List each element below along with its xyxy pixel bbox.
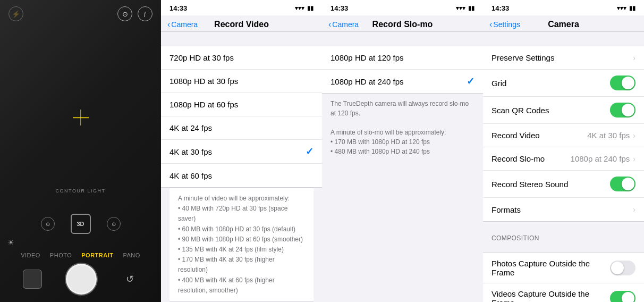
formats-chevron: › [633, 205, 635, 214]
record-video-chevron: › [633, 131, 635, 140]
camera-top-bar: ⚡ ⊙ ƒ [0, 0, 161, 26]
formats-row[interactable]: Formats › [483, 198, 644, 221]
wifi-icon-3: ▾▾▾ [617, 5, 626, 12]
back-label-1: Camera [171, 20, 198, 29]
mode-portrait[interactable]: PORTRAIT [81, 252, 113, 258]
preserve-settings-row[interactable]: Preserve Settings › [483, 46, 644, 70]
camera-top-right: ⊙ ƒ [117, 6, 152, 21]
status-time-2: 14:33 [331, 4, 348, 12]
flash-icon[interactable]: ⚡ [9, 6, 23, 21]
photo-thumbnail[interactable] [23, 270, 42, 289]
nav-title-3: Camera [548, 20, 579, 29]
option-label-3: 4K at 24 fps [170, 123, 313, 132]
option-720p30[interactable]: 720p HD at 30 fps [161, 46, 322, 70]
scan-qr-label: Scan QR Codes [492, 106, 610, 115]
record-slomo-row[interactable]: Record Slo-mo 1080p at 240 fps › [483, 147, 644, 171]
photos-outside-row[interactable]: Photos Capture Outside the Frame [483, 253, 644, 283]
option-1080p30[interactable]: 1080p HD at 30 fps [161, 70, 322, 93]
camera-panel: ⚡ ⊙ ƒ CONTOUR LIGHT ⊙ 3D ⊙ ☀ VIDEO PHOTO… [0, 0, 161, 302]
status-bar-2: 14:33 ▾▾▾ ▮▮ [322, 0, 483, 15]
slomo-options-group: 1080p HD at 120 fps 1080p HD at 240 fps … [322, 46, 483, 94]
status-time-1: 14:33 [170, 4, 187, 12]
option-1080p240[interactable]: 1080p HD at 240 fps ✓ [322, 70, 483, 93]
status-bar-3: 14:33 ▾▾▾ ▮▮ [483, 0, 644, 15]
grid-row[interactable]: Grid [483, 70, 644, 97]
nav-bar-2: ‹ Camera Record Slo-mo [322, 15, 483, 32]
camera-mode-bar: VIDEO PHOTO PORTRAIT PANO [0, 249, 161, 261]
lens-wide-btn[interactable]: ⊙ [41, 217, 55, 231]
status-bar-1: 14:33 ▾▾▾ ▮▮ [161, 0, 322, 15]
scan-qr-row[interactable]: Scan QR Codes [483, 97, 644, 124]
composition-section-header: COMPOSITION [483, 230, 644, 244]
option-label-1: 1080p HD at 30 fps [170, 77, 313, 86]
focus-crosshair [73, 110, 89, 125]
back-label-2: Camera [332, 20, 359, 29]
mode-photo[interactable]: PHOTO [50, 252, 72, 258]
slomo-info-box: The TrueDepth camera will always record … [322, 94, 483, 162]
option-1080p60[interactable]: 1080p HD at 60 fps [161, 93, 322, 116]
status-icons-2: ▾▾▾ ▮▮ [456, 5, 474, 12]
preserve-settings-chevron: › [633, 54, 635, 62]
nav-bar-3: ‹ Settings Camera [483, 15, 644, 32]
grid-label: Grid [492, 79, 610, 88]
grid-toggle[interactable] [610, 76, 635, 90]
record-slomo-label: Record Slo-mo [492, 154, 571, 163]
lens-tele-btn[interactable]: ⊙ [107, 217, 121, 231]
record-stereo-toggle[interactable] [610, 177, 635, 191]
checkmark-1080p240: ✓ [467, 76, 474, 87]
back-to-settings-btn[interactable]: ‹ Settings [489, 20, 520, 29]
timer-icon[interactable]: ⊙ [117, 6, 132, 21]
wifi-icon-1: ▾▾▾ [295, 5, 304, 12]
nav-bar-1: ‹ Camera Record Video [161, 15, 322, 32]
record-slomo-chevron: › [633, 155, 635, 163]
option-label-2: 1080p HD at 60 fps [170, 100, 313, 109]
shutter-button[interactable] [66, 264, 97, 295]
battery-icon-3: ▮▮ [629, 5, 635, 12]
option-4k30[interactable]: 4K at 30 fps ✓ [161, 140, 322, 164]
slomo-info-text: The TrueDepth camera will always record … [331, 100, 469, 155]
mode-pano[interactable]: PANO [123, 252, 140, 258]
slomo-option-label-1: 1080p HD at 240 fps [331, 77, 467, 86]
camera-overlay: ⚡ ⊙ ƒ CONTOUR LIGHT ⊙ 3D ⊙ ☀ VIDEO PHOTO… [0, 0, 161, 302]
back-label-3: Settings [493, 20, 520, 29]
checkmark-4k30: ✓ [306, 146, 313, 157]
scan-qr-toggle[interactable] [610, 103, 635, 118]
option-label-4: 4K at 30 fps [170, 147, 306, 156]
preserve-settings-label: Preserve Settings [492, 53, 633, 62]
option-4k24[interactable]: 4K at 24 fps [161, 116, 322, 140]
mode-video[interactable]: VIDEO [21, 252, 40, 258]
nav-title-1: Record Video [214, 20, 269, 29]
slomo-option-label-0: 1080p HD at 120 fps [331, 53, 474, 62]
record-video-screen: 14:33 ▾▾▾ ▮▮ ‹ Camera Record Video 720p … [161, 0, 322, 302]
live-icon[interactable]: ƒ [138, 6, 152, 21]
videos-outside-label: Videos Capture Outside the Frame [492, 289, 610, 302]
composition-group: Photos Capture Outside the Frame Videos … [483, 253, 644, 302]
record-stereo-row[interactable]: Record Stereo Sound [483, 171, 644, 198]
photos-outside-label: Photos Capture Outside the Frame [492, 259, 610, 277]
back-chevron-3: ‹ [489, 20, 492, 29]
record-slomo-screen: 14:33 ▾▾▾ ▮▮ ‹ Camera Record Slo-mo 1080… [322, 0, 483, 302]
back-chevron-2: ‹ [328, 20, 331, 29]
option-label-0: 720p HD at 30 fps [170, 53, 313, 62]
option-1080p120[interactable]: 1080p HD at 120 fps [322, 46, 483, 70]
option-label-5: 4K at 60 fps [170, 171, 313, 180]
status-icons-3: ▾▾▾ ▮▮ [617, 5, 635, 12]
brightness-icon: ☀ [7, 238, 14, 247]
battery-icon-2: ▮▮ [468, 5, 474, 12]
camera-viewfinder: CONTOUR LIGHT [0, 26, 161, 209]
videos-outside-row[interactable]: Videos Capture Outside the Frame [483, 283, 644, 302]
option-4k60[interactable]: 4K at 60 fps [161, 164, 322, 187]
camera-controls: ↺ [0, 261, 161, 302]
status-time-3: 14:33 [492, 4, 509, 12]
photos-outside-toggle[interactable] [610, 261, 635, 275]
back-to-camera-btn-2[interactable]: ‹ Camera [328, 20, 359, 29]
camera-settings-screen: 14:33 ▾▾▾ ▮▮ ‹ Settings Camera Preserve … [483, 0, 644, 302]
flip-camera-button[interactable]: ↺ [121, 271, 138, 288]
lens-3d-btn[interactable]: 3D [71, 214, 91, 234]
record-video-row[interactable]: Record Video 4K at 30 fps › [483, 124, 644, 147]
back-to-camera-btn[interactable]: ‹ Camera [167, 20, 198, 29]
videos-outside-toggle[interactable] [610, 291, 635, 302]
brightness-row: ☀ [0, 236, 161, 249]
record-video-value: 4K at 30 fps [587, 131, 630, 140]
lens-selector: ⊙ 3D ⊙ [0, 209, 161, 236]
